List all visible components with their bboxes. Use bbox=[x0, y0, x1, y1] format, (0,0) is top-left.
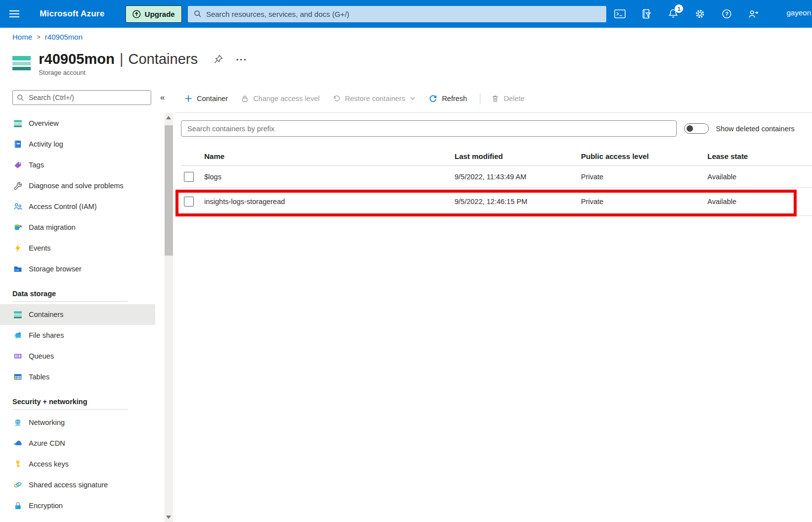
sidebar-item-activity-log[interactable]: Activity log bbox=[0, 134, 155, 155]
sidebar-item-label: Containers bbox=[29, 311, 63, 318]
activity-log-icon bbox=[13, 140, 22, 149]
container-button[interactable]: Container bbox=[184, 95, 228, 103]
azure-brand[interactable]: Microsoft Azure bbox=[40, 9, 105, 19]
command-label: Change access level bbox=[253, 95, 320, 103]
sidebar-item-networking[interactable]: Networking bbox=[0, 412, 155, 433]
people-icon bbox=[13, 202, 22, 211]
row-checkbox[interactable] bbox=[184, 197, 194, 207]
notifications-bell-icon[interactable]: 1 bbox=[667, 8, 679, 20]
sidebar-item-events[interactable]: Events bbox=[0, 238, 155, 259]
search-icon bbox=[17, 94, 24, 102]
global-search-input[interactable]: Search resources, services, and docs (G+… bbox=[188, 6, 606, 22]
more-options-icon[interactable]: ··· bbox=[236, 57, 247, 62]
help-icon[interactable]: ? bbox=[721, 8, 733, 20]
show-deleted-label: Show deleted containers bbox=[716, 125, 795, 133]
delete-button[interactable]: Delete bbox=[491, 95, 524, 103]
sidebar-item-access-control[interactable]: Access Control (IAM) bbox=[0, 196, 155, 217]
command-separator bbox=[480, 93, 480, 104]
refresh-icon bbox=[429, 94, 437, 103]
section-header-data-storage: Data storage bbox=[0, 287, 155, 300]
sidebar-item-label: Activity log bbox=[29, 140, 63, 148]
undo-icon bbox=[333, 95, 341, 103]
column-header-public-access[interactable]: Public access level bbox=[581, 152, 707, 160]
key-icon bbox=[13, 460, 22, 469]
sidebar-search-input[interactable] bbox=[28, 93, 147, 102]
sidebar-nav: Overview Activity log Tags Diagnose and … bbox=[0, 113, 155, 516]
sidebar-item-storage-browser[interactable]: Storage browser bbox=[0, 259, 155, 279]
hamburger-menu-icon[interactable] bbox=[3, 0, 26, 28]
chain-links-icon bbox=[13, 480, 22, 489]
sidebar-scrollbar[interactable] bbox=[165, 113, 173, 522]
sidebar-item-encryption[interactable]: Encryption bbox=[0, 495, 155, 516]
main-content: Container Change access level Restore co… bbox=[174, 84, 812, 522]
sidebar-search-box[interactable] bbox=[12, 90, 151, 105]
container-name[interactable]: insights-logs-storageread bbox=[204, 198, 455, 206]
file-share-icon bbox=[13, 331, 22, 340]
sidebar-item-label: Networking bbox=[29, 418, 65, 426]
cloud-shell-icon[interactable] bbox=[614, 8, 626, 20]
restore-containers-button[interactable]: Restore containers bbox=[333, 95, 416, 103]
sidebar-item-tables[interactable]: Tables bbox=[0, 366, 155, 387]
upgrade-button[interactable]: Upgrade bbox=[125, 5, 182, 23]
breadcrumb-resource-link[interactable]: r40905mon bbox=[45, 33, 83, 41]
sidebar-item-azure-cdn[interactable]: Azure CDN bbox=[0, 433, 155, 454]
refresh-button[interactable]: Refresh bbox=[429, 94, 467, 103]
sidebar-item-label: Events bbox=[29, 244, 51, 252]
sidebar-item-label: Diagnose and solve problems bbox=[29, 182, 123, 190]
sidebar-item-tags[interactable]: Tags bbox=[0, 155, 155, 175]
sidebar-item-label: Encryption bbox=[29, 502, 63, 510]
scroll-down-arrow-icon[interactable] bbox=[166, 516, 171, 519]
svg-text:?: ? bbox=[725, 11, 729, 17]
directory-filter-icon[interactable] bbox=[640, 8, 652, 20]
table-row[interactable]: insights-logs-storageread 9/5/2022, 12:4… bbox=[181, 188, 812, 216]
command-label: Refresh bbox=[442, 95, 467, 103]
container-name[interactable]: $logs bbox=[204, 173, 455, 181]
sidebar-item-label: Access keys bbox=[29, 460, 69, 468]
sidebar-item-overview[interactable]: Overview bbox=[0, 113, 155, 134]
lock-icon bbox=[241, 95, 249, 103]
settings-gear-icon[interactable] bbox=[694, 8, 706, 20]
feedback-icon[interactable] bbox=[748, 8, 759, 20]
sidebar-item-access-keys[interactable]: Access keys bbox=[0, 454, 155, 474]
sidebar-item-queues[interactable]: Queues bbox=[0, 346, 155, 366]
pin-icon[interactable] bbox=[214, 54, 223, 64]
column-header-name[interactable]: Name bbox=[204, 152, 455, 160]
container-search-input[interactable] bbox=[186, 124, 671, 133]
column-header-last-modified[interactable]: Last modified bbox=[455, 152, 581, 160]
sidebar-item-label: Queues bbox=[29, 352, 54, 360]
command-label: Container bbox=[197, 95, 228, 103]
lease-state-value: Available bbox=[707, 173, 812, 181]
scrollbar-thumb[interactable] bbox=[165, 125, 173, 256]
toggle-knob bbox=[687, 125, 693, 132]
account-username[interactable]: gayeon bbox=[787, 0, 811, 25]
column-header-lease-state[interactable]: Lease state bbox=[707, 152, 812, 160]
breadcrumb-home-link[interactable]: Home bbox=[12, 33, 32, 41]
title-separator: | bbox=[119, 51, 123, 67]
row-checkbox[interactable] bbox=[184, 172, 194, 182]
globe-icon bbox=[13, 418, 22, 427]
resource-menu-sidebar: « Overview Activity log Tags Diagnose an… bbox=[0, 87, 174, 522]
section-divider bbox=[12, 409, 128, 410]
chevron-down-icon bbox=[409, 95, 416, 102]
sidebar-item-diagnose[interactable]: Diagnose and solve problems bbox=[0, 175, 155, 196]
containers-icon bbox=[13, 310, 22, 319]
page-header: r40905mon | Containers ··· Storage accou… bbox=[12, 51, 247, 76]
show-deleted-toggle[interactable] bbox=[684, 123, 709, 134]
container-search-box[interactable] bbox=[181, 120, 677, 137]
sidebar-item-data-migration[interactable]: Data migration bbox=[0, 217, 155, 238]
scroll-up-arrow-icon[interactable] bbox=[166, 116, 171, 119]
search-icon bbox=[194, 10, 202, 18]
sidebar-item-shared-access-signature[interactable]: Shared access signature bbox=[0, 474, 155, 495]
upgrade-arrow-icon bbox=[132, 10, 141, 18]
last-modified-value: 9/5/2022, 11:43:49 AM bbox=[455, 173, 581, 181]
lock-icon bbox=[13, 501, 22, 510]
sidebar-item-file-shares[interactable]: File shares bbox=[0, 325, 155, 346]
last-modified-value: 9/5/2022, 12:46:15 PM bbox=[455, 198, 581, 206]
change-access-level-button[interactable]: Change access level bbox=[241, 95, 320, 103]
breadcrumb-separator: > bbox=[37, 33, 41, 41]
sidebar-item-containers[interactable]: Containers bbox=[0, 304, 155, 325]
table-row[interactable]: $logs 9/5/2022, 11:43:49 AM Private Avai… bbox=[181, 166, 812, 188]
collapse-sidebar-icon[interactable]: « bbox=[160, 93, 165, 103]
page-title: r40905mon bbox=[39, 51, 115, 67]
public-access-value: Private bbox=[581, 198, 707, 206]
